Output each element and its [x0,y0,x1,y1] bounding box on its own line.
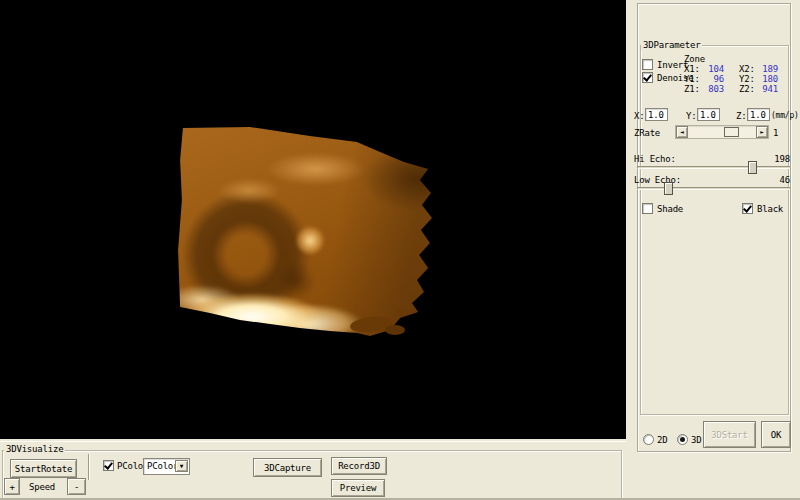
app-window: { "window": { "bg": "#ece9d8", "viewport… [0,0,800,500]
zrate-label: ZRate [634,128,660,138]
x-scale-input[interactable] [645,108,668,121]
pcolor-dropdown-icon[interactable]: ▼ [175,460,188,472]
speed-minus-button[interactable]: - [67,478,86,495]
zrate-left-arrow-icon[interactable]: ◄ [676,126,688,138]
zone-x1-value: 104 [700,64,724,74]
start-3d-button[interactable]: 3DStart [703,421,756,448]
zone-y1-label: Y1: [684,74,700,84]
zone-x2-value: 189 [754,64,778,74]
ultrasound-render [176,122,433,340]
pcolor-checkbox[interactable] [103,460,114,471]
pcolor-select-value: PColor [147,461,178,472]
low-echo-label: Low Echo: [634,175,681,185]
parameter-group-title: 3DParameter [641,40,702,50]
ultrasound-fragment [396,308,409,316]
record-3d-button[interactable]: Record3D [331,457,387,475]
zone-y2-value: 180 [754,74,778,84]
low-echo-value: 46 [751,175,790,185]
pcolor-select[interactable]: PColor ▼ [143,458,190,475]
mode-3d-radio[interactable] [677,434,688,445]
hi-echo-slider-track[interactable] [637,166,790,169]
zone-z2-value: 941 [754,84,778,94]
zrate-scrollbar-thumb[interactable] [724,127,739,137]
low-echo-slider-thumb[interactable] [664,182,673,195]
visualize-toolbar: 3DVisualize StartRotate + Speed - PColor… [0,441,626,500]
capture-3d-button[interactable]: 3DCapture [253,458,322,477]
render-viewport[interactable] [0,0,626,439]
zone-y1-value: 96 [700,74,724,84]
zone-x2-label: X2: [739,64,755,74]
speed-plus-button[interactable]: + [4,478,20,495]
shade-label: Shade [657,204,683,214]
low-echo-slider-track[interactable] [637,187,790,190]
zone-y2-label: Y2: [739,74,755,84]
zrate-value: 1 [773,128,778,138]
toolbar-divider [88,454,90,480]
scale-unit-label: (mm/p) [771,111,799,121]
y-scale-input[interactable] [697,108,720,121]
black-checkbox[interactable] [742,203,753,214]
x-scale-label: X: [634,111,644,121]
z-scale-label: Z: [736,111,746,121]
zone-z1-value: 803 [700,84,724,94]
black-label: Black [757,204,783,214]
ok-button[interactable]: OK [761,421,791,448]
parameter-groupbox [640,45,789,415]
zone-z1-label: Z1: [684,84,700,94]
visualize-group-title: 3DVisualize [4,444,65,454]
zone-label: Zone [684,54,705,64]
parameter-sidebar: 3DParameter Invert Denoise Zone X1: 104 … [626,0,800,500]
zone-x1-label: X1: [684,64,700,74]
z-scale-input[interactable] [747,108,770,121]
ultrasound-fragment [385,325,405,335]
zrate-scrollbar[interactable]: ◄ ► [675,125,769,139]
hi-echo-slider-thumb[interactable] [748,161,757,174]
preview-button[interactable]: Preview [331,479,385,497]
hi-echo-label: Hi Echo: [634,154,676,164]
mode-2d-label: 2D [657,435,667,445]
y-scale-label: Y: [686,111,696,121]
shade-checkbox[interactable] [642,203,653,214]
denoise-checkbox[interactable] [642,72,653,83]
start-rotate-button[interactable]: StartRotate [10,459,77,478]
zrate-right-arrow-icon[interactable]: ► [756,126,768,138]
invert-checkbox[interactable] [642,59,653,70]
mode-2d-radio[interactable] [643,434,654,445]
mode-3d-label: 3D [691,435,701,445]
zone-z2-label: Z2: [739,84,755,94]
speed-label: Speed [29,482,55,492]
